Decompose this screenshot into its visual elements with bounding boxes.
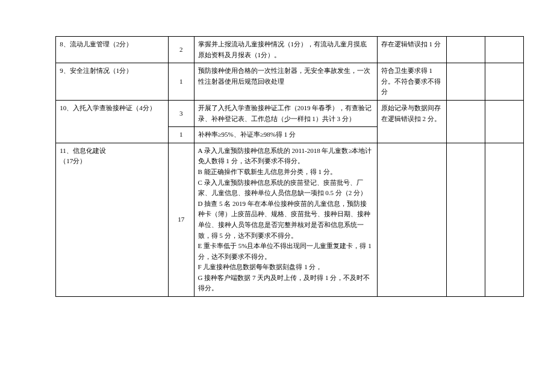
item-cell: 11、信息化建设 （17分） [56, 143, 169, 296]
detail-cell: 开展了入托入学查验接种证工作（2019 年春季），有查验记录、补种登记表、工作总… [194, 100, 377, 126]
blank-cell [485, 100, 523, 143]
blank-cell [485, 63, 523, 101]
note-cell [377, 143, 446, 296]
item-cell: 9、安全注射情况（1分） [56, 63, 169, 101]
score-cell: 1 [168, 63, 194, 101]
table-row: 11、信息化建设 （17分） 17 A 录入儿童预防接种信息系统的 2011-2… [30, 143, 524, 296]
note-cell: 存在逻辑错误扣 1 分 [377, 37, 446, 63]
assessment-table: 8、流动儿童管理（2分） 2 掌握并上报流动儿童接种情况（1分），有流动儿童月摸… [30, 36, 524, 297]
blank-cell [485, 143, 523, 296]
blank-cell [485, 37, 523, 63]
left-spacer-cell [30, 37, 56, 297]
item-cell: 8、流动儿童管理（2分） [56, 37, 169, 63]
note-cell: 符合卫生要求得 1 分。不符合要求不得分 [377, 63, 446, 101]
score-cell: 2 [168, 37, 194, 63]
detail-cell: 预防接种使用合格的一次性注射器，无安全事故发生，一次性注射器使用后规范回收处理 [194, 63, 377, 101]
blank-cell [446, 37, 485, 63]
table-row: 8、流动儿童管理（2分） 2 掌握并上报流动儿童接种情况（1分），有流动儿童月摸… [30, 37, 524, 63]
table-row: 10、入托入学查验接种证（4分） 3 开展了入托入学查验接种证工作（2019 年… [30, 100, 524, 126]
blank-cell [446, 63, 485, 101]
detail-cell: 补种率≥95%、补证率≥98%得 1 分 [194, 127, 377, 143]
score-cell: 3 [168, 100, 194, 126]
blank-cell [446, 143, 485, 296]
item-cell: 10、入托入学查验接种证（4分） [56, 100, 169, 143]
detail-cell: A 录入儿童预防接种信息系统的 2011-2018 年儿童数≥本地计免人数得 1… [194, 143, 377, 296]
blank-cell [446, 100, 485, 143]
score-cell: 17 [168, 143, 194, 296]
table-row: 9、安全注射情况（1分） 1 预防接种使用合格的一次性注射器，无安全事故发生，一… [30, 63, 524, 101]
note-cell: 原始记录与数据间存在逻辑错误扣 2 分。 [377, 100, 446, 143]
detail-cell: 掌握并上报流动儿童接种情况（1分），有流动儿童月摸底原始资料及月报表（1分）。 [194, 37, 377, 63]
score-cell: 1 [168, 127, 194, 143]
